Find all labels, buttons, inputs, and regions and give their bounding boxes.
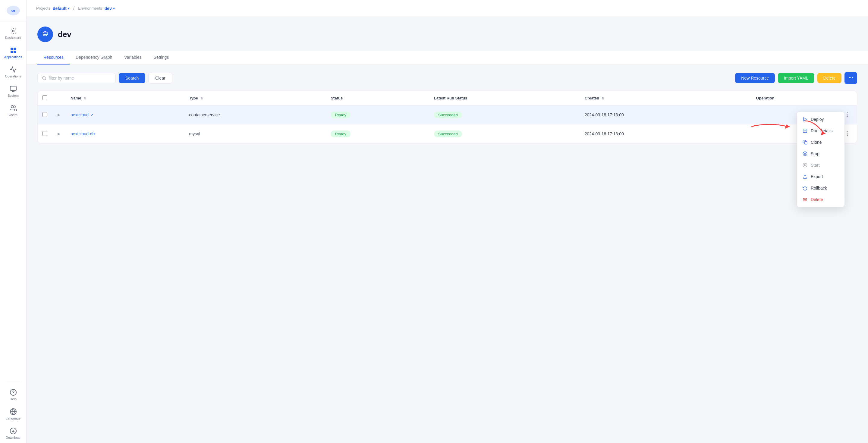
table-row: ▶ nextcloud-db mysql Ready Succeeded bbox=[38, 124, 857, 144]
toolbar-right: New Resource Import YAML Delete bbox=[735, 72, 857, 84]
row-2-name-cell: nextcloud-db bbox=[66, 124, 184, 144]
row-2-name-link[interactable]: nextcloud-db bbox=[70, 131, 180, 136]
env-avatar bbox=[37, 27, 53, 42]
sidebar-item-system-label: System bbox=[7, 94, 19, 97]
row-1-status-badge: Ready bbox=[331, 112, 350, 119]
sidebar-item-help[interactable]: Help bbox=[0, 385, 26, 404]
new-resource-button[interactable]: New Resource bbox=[735, 73, 775, 83]
dropdown-export-label: Export bbox=[811, 174, 823, 179]
svg-rect-6 bbox=[13, 51, 16, 53]
main-content: Projects default ▾ / Environments dev ▾ … bbox=[27, 0, 868, 443]
dropdown-stop-label: Stop bbox=[811, 151, 819, 156]
name-sort-icon: ⇅ bbox=[84, 97, 86, 100]
svg-rect-31 bbox=[804, 153, 806, 154]
topbar: Projects default ▾ / Environments dev ▾ bbox=[27, 0, 868, 17]
search-box[interactable] bbox=[37, 73, 116, 83]
dropdown-item-delete[interactable]: Delete bbox=[797, 194, 844, 205]
help-icon bbox=[10, 389, 17, 396]
name-header[interactable]: Name ⇅ bbox=[66, 91, 184, 105]
export-icon bbox=[802, 174, 808, 179]
more-icon bbox=[848, 75, 854, 80]
topbar-separator: / bbox=[73, 6, 74, 11]
sidebar-item-applications[interactable]: Applications bbox=[0, 43, 26, 62]
download-icon bbox=[10, 427, 17, 435]
deploy-icon bbox=[802, 117, 808, 122]
row-1-name-link[interactable]: nextcloud ↗ bbox=[70, 113, 180, 117]
tab-dependency-graph[interactable]: Dependency Graph bbox=[70, 51, 118, 64]
row-2-created: 2024-03-18 17:13:00 bbox=[580, 124, 751, 144]
row-1-checkbox[interactable] bbox=[42, 112, 47, 117]
sidebar-bottom: Help Language Download bbox=[0, 381, 26, 443]
svg-point-23 bbox=[850, 77, 851, 78]
svg-marker-25 bbox=[804, 118, 806, 121]
dropdown-deploy-label: Deploy bbox=[811, 117, 824, 122]
row-2-expand-button[interactable]: ▶ bbox=[57, 131, 61, 136]
row-1-checkbox-cell[interactable] bbox=[38, 105, 52, 124]
resources-table: Name ⇅ Type ⇅ Status Latest Run Status bbox=[38, 91, 857, 143]
environment-selector[interactable]: dev ▾ bbox=[104, 6, 115, 11]
sidebar-item-system[interactable]: System bbox=[0, 82, 26, 101]
row-1-expand-cell[interactable]: ▶ bbox=[52, 105, 66, 124]
row-1-name-cell: nextcloud ↗ bbox=[66, 105, 184, 124]
row-1-expand-button[interactable]: ▶ bbox=[57, 112, 61, 118]
dropdown-item-deploy[interactable]: Deploy bbox=[797, 114, 844, 125]
page-content: dev Resources Dependency Graph Variables… bbox=[27, 17, 868, 443]
import-yaml-button[interactable]: Import YAML bbox=[778, 73, 814, 83]
dropdown-start-label: Start bbox=[811, 163, 820, 167]
dropdown-item-export[interactable]: Export bbox=[797, 171, 844, 182]
sidebar-item-language-label: Language bbox=[6, 416, 21, 420]
environment-value: dev bbox=[104, 6, 112, 11]
sidebar-item-download-label: Download bbox=[6, 436, 21, 439]
delete-button[interactable]: Delete bbox=[817, 73, 841, 83]
created-header[interactable]: Created ⇅ bbox=[580, 91, 751, 105]
select-all-header[interactable] bbox=[38, 91, 52, 105]
environments-label: Environments bbox=[78, 6, 102, 10]
search-button[interactable]: Search bbox=[119, 73, 145, 83]
svg-marker-33 bbox=[805, 164, 806, 166]
toolbar: Search Clear New Resource Import YAML De… bbox=[37, 72, 857, 84]
dropdown-item-rollback[interactable]: Rollback bbox=[797, 182, 844, 194]
dropdown-item-start: Start bbox=[797, 159, 844, 171]
sidebar-item-applications-label: Applications bbox=[4, 55, 22, 59]
sidebar-item-language[interactable]: Language bbox=[0, 404, 26, 424]
search-input[interactable] bbox=[49, 76, 111, 81]
sidebar-divider bbox=[5, 383, 21, 383]
sidebar-item-operations[interactable]: Operations bbox=[0, 62, 26, 82]
sidebar-item-dashboard[interactable]: Dashboard bbox=[0, 24, 26, 43]
svg-point-10 bbox=[11, 105, 13, 108]
select-all-checkbox[interactable] bbox=[42, 95, 47, 100]
tab-settings[interactable]: Settings bbox=[148, 51, 175, 64]
project-chevron-icon: ▾ bbox=[68, 6, 70, 10]
users-icon bbox=[10, 104, 17, 112]
operation-header: Operation bbox=[751, 91, 857, 105]
row-2-run-status-badge: Succeeded bbox=[434, 130, 462, 137]
tab-resources[interactable]: Resources bbox=[37, 51, 70, 64]
svg-point-20 bbox=[42, 76, 45, 80]
tab-variables[interactable]: Variables bbox=[118, 51, 147, 64]
more-actions-button[interactable] bbox=[844, 72, 857, 84]
row-1-type: containerservice bbox=[184, 105, 326, 124]
svg-line-21 bbox=[45, 79, 46, 80]
row-2-expand-cell[interactable]: ▶ bbox=[52, 124, 66, 144]
dropdown-item-stop[interactable]: Stop bbox=[797, 148, 844, 159]
sidebar-item-help-label: Help bbox=[10, 397, 17, 401]
clear-button[interactable]: Clear bbox=[148, 73, 172, 84]
row-2-status-cell: Ready bbox=[326, 124, 429, 144]
svg-rect-19 bbox=[43, 33, 47, 34]
type-header[interactable]: Type ⇅ bbox=[184, 91, 326, 105]
svg-point-2 bbox=[12, 30, 14, 32]
clone-icon bbox=[802, 139, 808, 145]
row-2-checkbox-cell[interactable] bbox=[38, 124, 52, 144]
dropdown-item-clone[interactable]: Clone bbox=[797, 136, 844, 148]
dropdown-item-run-details[interactable]: Run Details bbox=[797, 125, 844, 136]
sidebar: ∞ Dashboard Applications Operations Syst… bbox=[0, 0, 27, 443]
project-selector[interactable]: default ▾ bbox=[53, 6, 70, 11]
sidebar-item-operations-label: Operations bbox=[5, 74, 22, 78]
sidebar-item-download[interactable]: Download bbox=[0, 424, 26, 443]
logo: ∞ bbox=[0, 0, 26, 22]
row-2-checkbox[interactable] bbox=[42, 131, 47, 136]
row-1-latest-run-cell: Succeeded bbox=[429, 105, 580, 124]
row-2-name: nextcloud-db bbox=[70, 131, 95, 136]
search-icon bbox=[42, 76, 46, 81]
sidebar-item-users[interactable]: Users bbox=[0, 101, 26, 120]
